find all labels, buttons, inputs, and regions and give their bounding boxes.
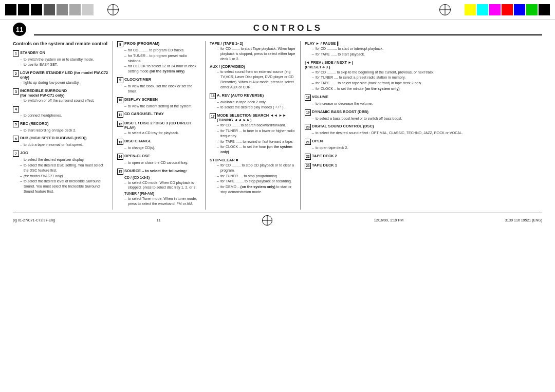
control-title-1: STANDBY ON (20, 50, 45, 55)
control-num-14: 14 (117, 154, 123, 160)
control-title-9: CLOCK/TIMER (124, 77, 151, 82)
footer: pg 01-27/C71-C72/37-Eng 11 12/16/99, 1:1… (13, 213, 542, 226)
control-play-pause: PLAY ► / PAUSE ‖ –for CD .......... to s… (305, 41, 542, 57)
control-clock-timer: 9 CLOCK/TIMER –to view the clock, set th… (117, 77, 201, 94)
control-prev-next: |◄ PREV / SIDE / NEXT ►|(PRESET 4 3 ) –f… (305, 60, 542, 91)
left-squares (0, 4, 99, 15)
control-tape-deck-2: 22 TAPE DECK 2 (305, 154, 542, 160)
title-section: 11 CONTROLS (13, 23, 542, 36)
control-num-21: 21 (305, 139, 311, 145)
control-title-stop: STOP•CLEAR ■ (210, 158, 238, 162)
control-aux: AUX / (CDR/VIDEO) –to select sound from … (210, 64, 296, 89)
control-num-9: 9 (117, 77, 123, 83)
reg-mark-left (104, 1, 122, 19)
control-stop-clear: STOP•CLEAR ■ –for CD ......... to stop C… (210, 158, 296, 195)
control-num-23: 23 (305, 163, 311, 169)
control-title-play: PLAY ► / PAUSE ‖ (305, 41, 339, 46)
control-title-prev: |◄ PREV / SIDE / NEXT ►|(PRESET 4 3 ) (305, 60, 353, 69)
control-dsc: 20 DIGITAL SOUND CONTROL (DSC) –to selec… (305, 124, 542, 136)
reg-mark-bottom (262, 215, 272, 226)
control-num-19: 19 (305, 109, 311, 116)
control-mode-selection: 17 MODE SELECTION SEARCH ◄◄ ►► (TUNING ◄… (210, 113, 296, 155)
control-title-12: DISC 1 / DISC 2 / DISC 3 (CD DIRECT PLAY… (124, 121, 201, 130)
control-num-5: 5 (13, 121, 19, 127)
reg-mark-right (436, 1, 454, 19)
control-title-aux: AUX / (CDR/VIDEO) (210, 64, 245, 69)
control-jog: 7 JOG –to select the desired equalizer d… (13, 151, 108, 194)
control-num-17: 17 (210, 113, 216, 119)
control-num-10: 10 (117, 97, 123, 103)
control-title-tape: TAPE / (TAPE 1• 2) (210, 41, 243, 46)
col1-header: Controls on the system and remote contro… (13, 41, 108, 47)
control-title-19: DYNAMIC BASS BOOST (DBB) (312, 109, 368, 114)
control-title-14: OPEN•CLOSE (124, 154, 150, 158)
control-num-6: 6 (13, 136, 19, 142)
control-num-4: 4 (13, 106, 19, 113)
control-tape-deck-1: 23 TAPE DECK 1 (305, 163, 542, 169)
column-3: TAPE / (TAPE 1• 2) –for CD ........ to s… (206, 41, 301, 210)
control-title-6: DUB (HIGH SPEED DUBBING [HSD]) (20, 136, 87, 140)
control-rec: 5 REC (RECORD) –to start recording on ta… (13, 121, 108, 133)
control-carousel: 11 CD CAROUSEL TRAY (117, 111, 201, 118)
control-display: 10 DISPLAY SCREEN –to view the current s… (117, 97, 201, 109)
control-disc: 12 DISC 1 / DISC 2 / DISC 3 (CD DIRECT P… (117, 121, 201, 136)
control-tape: TAPE / (TAPE 1• 2) –for CD ........ to s… (210, 41, 296, 61)
control-num-2: 2 (13, 70, 19, 77)
column-4: PLAY ► / PAUSE ‖ –for CD .......... to s… (301, 41, 542, 210)
control-num-13: 13 (117, 139, 123, 145)
control-title-13: DISC CHANGE (124, 139, 152, 143)
control-title-22: TAPE DECK 2 (312, 154, 337, 158)
control-num-1: 1 (13, 50, 19, 57)
column-1: Controls on the system and remote contro… (13, 41, 113, 210)
footer-center: 11 (157, 218, 161, 222)
control-incredible-surround: 3 INCREDIBLE SURROUND(for model FW-C71 o… (13, 88, 108, 103)
control-title-23: TAPE DECK 1 (312, 163, 337, 167)
control-title-16: A. REV (AUTO REVERSE) (217, 93, 264, 98)
control-num-18: 18 (305, 95, 311, 101)
control-standby-on: 1 STANDBY ON –to switch the system on or… (13, 50, 108, 68)
control-open-close: 14 OPEN•CLOSE –to open or close the CD c… (117, 154, 201, 165)
control-num-15: 15 (117, 169, 123, 175)
control-autorev: 16 A. REV (AUTO REVERSE) –available in t… (210, 93, 296, 110)
control-title-8: PROG (PROGRAM) (124, 41, 159, 46)
control-title-11: CD CAROUSEL TRAY (124, 111, 164, 116)
page-number-circle: 11 (13, 23, 26, 36)
control-num-20: 20 (305, 124, 311, 130)
control-title-15: SOURCE – to select the following: (124, 169, 187, 173)
control-title-21: OPEN (312, 139, 323, 143)
page-title: CONTROLS (34, 23, 542, 35)
control-dub: 6 DUB (HIGH SPEED DUBBING [HSD]) –to dub… (13, 136, 108, 147)
control-dbb: 19 DYNAMIC BASS BOOST (DBB) –to select a… (305, 109, 542, 121)
control-num-11: 11 (117, 111, 123, 118)
footer-date: 12/16/99, 1:19 PM (374, 218, 403, 222)
control-prog: 8 PROG (PROGRAM) –for CD ......... to pr… (117, 41, 201, 74)
control-num-3: 3 (13, 88, 19, 95)
footer-left: pg 01-27/C71-C72/37-Eng (13, 218, 55, 222)
control-low-power: 2 LOW POWER STANDBY LED (for model FW-C7… (13, 70, 108, 85)
control-num-16: 16 (210, 93, 216, 99)
control-title-20: DIGITAL SOUND CONTROL (DSC) (312, 124, 374, 128)
right-color-squares (459, 4, 555, 15)
control-source: 15 SOURCE – to select the following: CD … (117, 169, 201, 207)
control-headphones: 4 –to connect headphones. (13, 106, 108, 118)
control-title-10: DISPLAY SCREEN (124, 97, 158, 102)
control-title-5: REC (RECORD) (20, 121, 48, 126)
control-open-tape: 21 OPEN –to open tape deck 2. (305, 139, 542, 151)
column-2: 8 PROG (PROGRAM) –for CD ......... to pr… (113, 41, 206, 210)
control-title-2: LOW POWER STANDBY LED (for model FW-C72 … (20, 70, 108, 80)
control-num-12: 12 (117, 121, 123, 127)
control-title-18: VOLUME (312, 95, 328, 99)
control-num-22: 22 (305, 154, 311, 160)
control-num-7: 7 (13, 151, 19, 157)
control-title-7: JOG (20, 151, 28, 155)
control-title-3: INCREDIBLE SURROUND(for model FW-C71 onl… (20, 88, 67, 98)
control-title-17: MODE SELECTION SEARCH ◄◄ ►► (TUNING ◄◄ ►… (217, 113, 296, 122)
control-volume: 18 VOLUME –to increase or decrease the v… (305, 95, 542, 106)
control-num-8: 8 (117, 41, 123, 47)
control-disc-change: 13 DISC CHANGE –to change CD(s). (117, 139, 201, 151)
footer-right: 3139 116 19521 (ENG) (505, 218, 542, 222)
